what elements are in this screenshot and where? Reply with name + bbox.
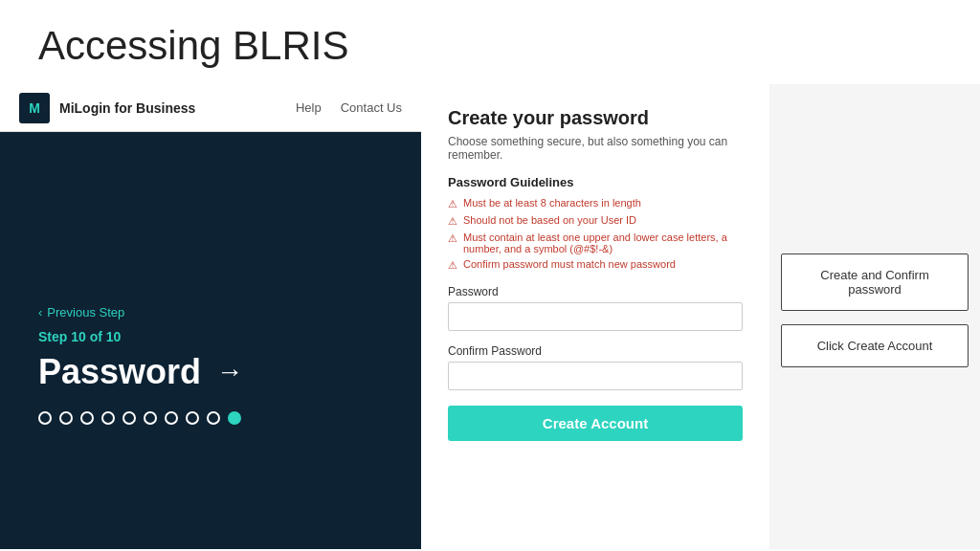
form-area: Create your password Choose something se… — [421, 84, 769, 549]
password-input[interactable] — [448, 302, 743, 331]
right-main: Create your password Choose something se… — [421, 84, 980, 549]
guidelines-heading: Password Guidelines — [448, 175, 743, 189]
svg-text:M: M — [29, 100, 40, 116]
dot-1 — [38, 411, 52, 425]
dot-2 — [59, 411, 73, 425]
milogin-header: M MiLogin for Business Help Contact Us — [0, 84, 421, 132]
dot-6 — [144, 411, 157, 425]
michigan-logo: M — [19, 93, 50, 123]
guideline-2: ⚠ Should not be based on your User ID — [448, 214, 743, 228]
left-panel: M MiLogin for Business Help Contact Us ‹… — [0, 84, 421, 549]
dot-9 — [207, 411, 220, 425]
password-label: Password — [448, 285, 743, 298]
milogin-brand: MiLogin for Business — [59, 100, 195, 116]
warning-icon-3: ⚠ — [448, 232, 457, 245]
dot-3 — [80, 411, 94, 425]
create-account-button[interactable]: Create Account — [448, 406, 743, 441]
right-side: Create your password Choose something se… — [421, 84, 980, 549]
confirm-password-label: Confirm Password — [448, 344, 743, 358]
guideline-4: ⚠ Confirm password must match new passwo… — [448, 258, 743, 272]
header-nav: Help Contact Us — [296, 100, 402, 115]
confirm-password-input[interactable] — [448, 362, 743, 390]
step-dots — [38, 411, 383, 425]
warning-icon-2: ⚠ — [448, 215, 457, 228]
dot-5 — [122, 411, 136, 425]
callout-click-create: Click Create Account — [781, 324, 969, 367]
arrow-right-icon: → — [216, 357, 243, 387]
guideline-3: ⚠ Must contain at least one upper and lo… — [448, 231, 743, 254]
form-subtext: Choose something secure, but also someth… — [448, 135, 743, 162]
warning-icon-4: ⚠ — [448, 259, 457, 272]
step-label: Step 10 of 10 — [38, 329, 383, 344]
page-title: Accessing BLRIS — [0, 0, 980, 84]
callout-area: Create and Confirm password Click Create… — [769, 84, 980, 549]
contact-link[interactable]: Contact Us — [341, 100, 402, 115]
dot-10 — [228, 411, 241, 425]
chevron-left-icon: ‹ — [38, 305, 42, 320]
callout-create-confirm: Create and Confirm password — [781, 253, 969, 311]
left-inner: ‹ Previous Step Step 10 of 10 Password → — [0, 132, 421, 551]
guideline-1: ⚠ Must be at least 8 characters in lengt… — [448, 197, 743, 210]
dot-7 — [165, 411, 178, 425]
step-title: Password → — [38, 352, 383, 392]
form-heading: Create your password — [448, 107, 743, 129]
warning-icon-1: ⚠ — [448, 198, 457, 210]
dot-8 — [186, 411, 199, 425]
dot-4 — [101, 411, 115, 425]
prev-step[interactable]: ‹ Previous Step — [38, 305, 383, 320]
help-link[interactable]: Help — [296, 100, 322, 115]
